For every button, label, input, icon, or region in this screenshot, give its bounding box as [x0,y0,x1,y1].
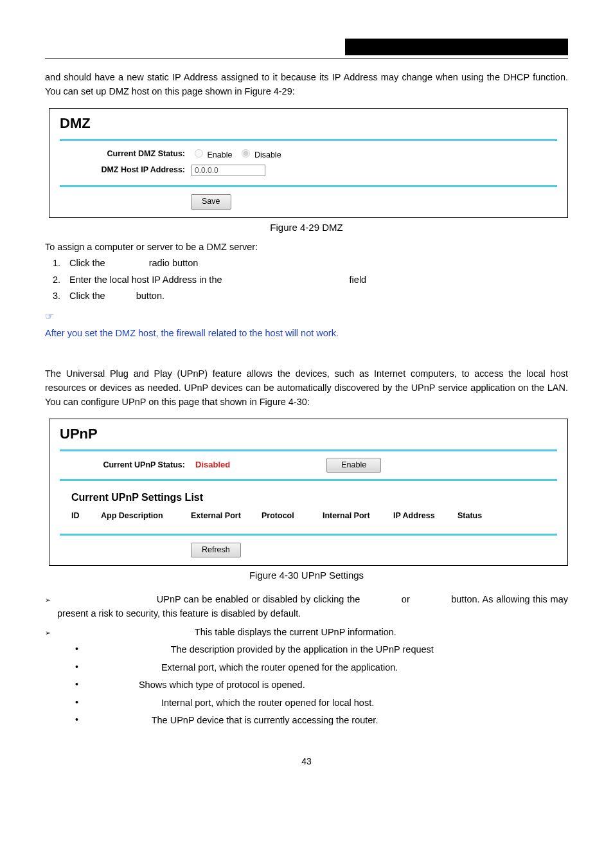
col-ip: IP Address [393,510,458,522]
note-text: After you set the DMZ host, the firewall… [45,326,568,340]
upnp-status-label: Current UPnP Status: [60,459,185,471]
sub-bullet-list: The description provided by the applicat… [75,642,568,727]
sub-app-desc: The description provided by the applicat… [75,642,568,656]
step-1: Click the radio button [63,256,568,270]
col-app: App Description [101,510,191,522]
upnp-table-header: ID App Description External Port Protoco… [71,510,557,522]
save-button[interactable]: Save [191,194,231,209]
col-int: Internal Port [323,510,393,522]
intro-paragraph: and should have a new static IP Address … [45,70,568,99]
figure-30-caption: Figure 4-30 UPnP Settings [45,568,568,583]
col-proto: Protocol [262,510,323,522]
sub-protocol: Shows which type of protocol is opened. [75,678,568,692]
dmz-ip-input[interactable] [191,165,265,176]
upnp-list-title: Current UPnP Settings List [71,490,557,506]
hand-icon: ☞ [45,309,568,325]
bullet-upnp-status: UPnP can be enabled or disabled by click… [45,592,568,621]
figure-dmz-frame: DMZ Current DMZ Status: Enable Disable D… [49,108,568,217]
divider [60,534,557,536]
radio-enable[interactable]: Enable [191,147,232,161]
upnp-status-value: Disabled [195,458,230,471]
assign-lead: To assign a computer or server to be a D… [45,240,568,254]
page-number: 43 [45,755,568,769]
divider [60,449,557,451]
refresh-button[interactable]: Refresh [191,543,241,557]
upnp-intro: The Universal Plug and Play (UPnP) featu… [45,366,568,410]
disable-text: Disable [254,150,281,159]
bullet-upnp-list: This table displays the current UPnP inf… [45,625,568,731]
instructions-list: Click the radio button Enter the local h… [45,256,568,303]
sub-ext-port: External port, which the router opened f… [75,660,568,674]
page: and should have a new static IP Address … [0,0,613,868]
dmz-ip-label: DMZ Host IP Address: [60,164,185,176]
divider [60,139,557,141]
upnp-title: UPnP [60,423,557,445]
divider [60,479,557,481]
radio-disable[interactable]: Disable [238,147,281,161]
col-ext: External Port [191,510,262,522]
dmz-title: DMZ [60,113,557,134]
divider [60,185,557,187]
enable-button[interactable]: Enable [326,458,381,473]
radio-enable-input[interactable] [195,149,203,158]
dmz-status-label: Current DMZ Status: [60,148,185,160]
radio-disable-input[interactable] [242,149,250,158]
header-rule [45,58,568,59]
col-status: Status [458,510,496,522]
bullet-list: UPnP can be enabled or disabled by click… [45,592,568,731]
figure-upnp-frame: UPnP Current UPnP Status: Disabled Enabl… [49,419,568,566]
step-3: Click the button. [63,289,568,303]
figure-29-caption: Figure 4-29 DMZ [45,220,568,235]
step-2: Enter the local host IP Address in the f… [63,273,568,287]
col-id: ID [71,510,101,522]
header-black-box [345,39,568,55]
sub-int-port: Internal port, which the router opened f… [75,696,568,710]
sub-ip-addr: The UPnP device that is currently access… [75,713,568,727]
enable-text: Enable [207,150,232,159]
